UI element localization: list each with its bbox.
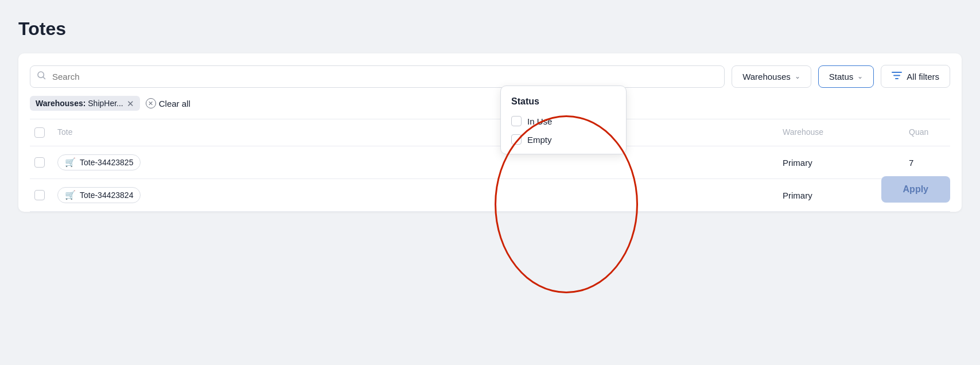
col-quan: Quan (904, 125, 950, 140)
tote-badge[interactable]: 🛒 Tote-34423825 (57, 154, 141, 170)
page-title: Totes (18, 18, 962, 40)
table-row: 🛒 Tote-34423824 Primary 7 (30, 179, 950, 212)
svg-rect-2 (892, 72, 902, 73)
status-option-empty[interactable]: Empty (511, 134, 616, 145)
table-row: 🛒 Tote-34423825 Primary 7 (30, 146, 950, 179)
clear-all-button[interactable]: ✕ Clear all (146, 98, 190, 108)
row1-tote: 🛒 Tote-34423825 (53, 152, 778, 173)
filter-lines-icon (892, 71, 902, 81)
search-icon (37, 71, 46, 82)
main-card: Warehouses ⌄ Status ⌄ All filters (18, 53, 962, 212)
in-use-checkbox[interactable] (511, 116, 522, 126)
row1-b: 7 (904, 156, 950, 170)
search-input[interactable] (30, 65, 725, 88)
tote-cart-icon: 🛒 (65, 190, 76, 200)
filter-tags-row: Warehouses: ShipHer... ✕ ✕ Clear all (30, 96, 950, 111)
table: Tote Warehouse Quan 🛒 Tote-34423825 Prim… (30, 119, 950, 212)
warehouse-tag: Warehouses: ShipHer... ✕ (30, 96, 140, 111)
svg-rect-3 (893, 75, 900, 76)
toolbar: Warehouses ⌄ Status ⌄ All filters (30, 65, 950, 88)
row2-tote: 🛒 Tote-34423824 (53, 185, 778, 205)
clear-all-icon: ✕ (146, 98, 156, 108)
warehouse-tag-label: Warehouses: ShipHer... (36, 99, 123, 108)
warehouse-tag-close[interactable]: ✕ (127, 99, 134, 108)
warehouses-chevron-icon: ⌄ (795, 72, 800, 80)
col-tote: Tote (53, 125, 778, 140)
status-filter-label: Status (829, 72, 854, 81)
status-filter-button[interactable]: Status ⌄ (818, 65, 874, 88)
all-filters-button[interactable]: All filters (881, 65, 950, 88)
svg-rect-4 (895, 78, 899, 79)
all-filters-label: All filters (907, 72, 939, 81)
col-warehouse: Warehouse (778, 125, 904, 140)
status-chevron-icon: ⌄ (857, 72, 863, 80)
warehouses-filter-label: Warehouses (742, 72, 791, 81)
tote-cart-icon: 🛒 (65, 157, 76, 168)
tote-badge[interactable]: 🛒 Tote-34423824 (57, 187, 141, 203)
warehouses-filter-button[interactable]: Warehouses ⌄ (732, 65, 811, 88)
table-header: Tote Warehouse Quan (30, 119, 950, 146)
empty-checkbox[interactable] (511, 134, 522, 145)
col-checkbox (30, 125, 53, 140)
row1-warehouse: Primary (778, 156, 904, 170)
row1-checkbox (30, 155, 53, 170)
svg-line-1 (43, 77, 45, 79)
row2-checkbox (30, 188, 53, 203)
header-checkbox[interactable] (34, 127, 45, 138)
status-dropdown-title: Status (511, 96, 616, 107)
status-dropdown-panel: Status In Use Empty (500, 86, 627, 154)
search-wrap (30, 65, 725, 88)
status-option-in-use[interactable]: In Use (511, 116, 616, 126)
apply-button[interactable]: Apply (881, 176, 950, 203)
